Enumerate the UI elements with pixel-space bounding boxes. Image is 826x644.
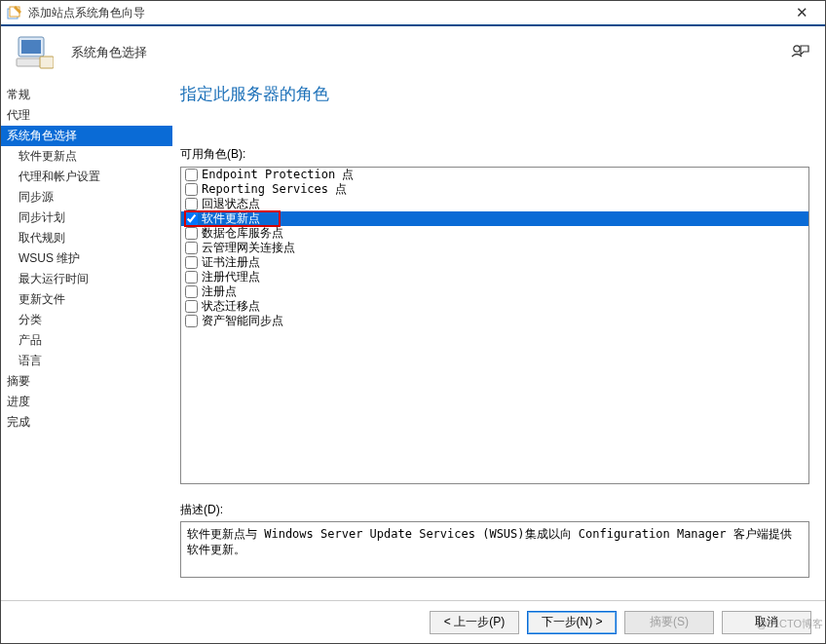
role-label: 注册点 [202, 284, 237, 299]
role-checkbox[interactable] [185, 169, 198, 181]
role-row[interactable]: Endpoint Protection 点 [181, 168, 808, 182]
sidebar-item[interactable]: 完成 [1, 412, 172, 433]
role-row[interactable]: 状态迁移点 [181, 299, 808, 314]
close-button[interactable]: ✕ [784, 4, 819, 21]
sidebar-item[interactable]: 取代规则 [1, 228, 172, 248]
role-label: 回退状态点 [202, 197, 260, 211]
role-checkbox[interactable] [185, 256, 198, 269]
wizard-icon [7, 5, 22, 20]
role-label: 资产智能同步点 [202, 314, 283, 328]
role-row[interactable]: 软件更新点 [181, 211, 808, 226]
available-roles-label: 可用角色(B): [180, 146, 809, 163]
role-row[interactable]: 注册代理点 [181, 270, 808, 284]
role-checkbox[interactable] [185, 212, 198, 225]
role-row[interactable]: 资产智能同步点 [181, 314, 808, 328]
role-label: Reporting Services 点 [202, 182, 347, 197]
sidebar-item[interactable]: 代理和帐户设置 [1, 167, 172, 187]
wizard-header: 系统角色选择 [1, 26, 825, 79]
role-label: Endpoint Protection 点 [202, 168, 355, 182]
role-checkbox[interactable] [185, 242, 198, 254]
sidebar-item[interactable]: 系统角色选择 [1, 126, 172, 146]
svg-rect-3 [21, 40, 41, 54]
sidebar-item[interactable]: 产品 [1, 330, 172, 351]
role-label: 注册代理点 [202, 270, 260, 284]
sidebar-item[interactable]: 常规 [1, 85, 172, 105]
header-title: 系统角色选择 [71, 44, 147, 61]
role-checkbox[interactable] [185, 300, 198, 313]
description-label: 描述(D): [180, 502, 809, 518]
computer-icon [15, 33, 54, 72]
wizard-nav-sidebar: 常规代理系统角色选择软件更新点代理和帐户设置同步源同步计划取代规则WSUS 维护… [1, 79, 172, 595]
role-row[interactable]: 注册点 [181, 284, 808, 299]
previous-button[interactable]: < 上一步(P) [430, 611, 519, 634]
role-label: 软件更新点 [202, 211, 260, 226]
role-checkbox[interactable] [185, 227, 198, 240]
sidebar-item[interactable]: 分类 [1, 310, 172, 330]
role-row[interactable]: Reporting Services 点 [181, 182, 808, 197]
wizard-footer: < 上一步(P) 下一步(N) > 摘要(S) 取消 [1, 600, 825, 643]
page-title: 指定此服务器的角色 [180, 83, 809, 105]
sidebar-item[interactable]: 更新文件 [1, 289, 172, 310]
title-bar: 添加站点系统角色向导 ✕ [1, 1, 825, 26]
available-roles-listbox[interactable]: Endpoint Protection 点Reporting Services … [180, 167, 809, 484]
sidebar-item[interactable]: 进度 [1, 392, 172, 412]
role-row[interactable]: 证书注册点 [181, 255, 808, 270]
cancel-button[interactable]: 取消 [722, 611, 811, 634]
role-label: 证书注册点 [202, 255, 260, 270]
role-checkbox[interactable] [185, 285, 198, 298]
sidebar-item[interactable]: 软件更新点 [1, 146, 172, 167]
next-button[interactable]: 下一步(N) > [527, 611, 617, 634]
window-title: 添加站点系统角色向导 [28, 5, 784, 21]
description-box: 软件更新点与 Windows Server Update Services (W… [180, 521, 809, 578]
sidebar-item[interactable]: 代理 [1, 105, 172, 126]
sidebar-item[interactable]: 同步源 [1, 187, 172, 208]
role-row[interactable]: 云管理网关连接点 [181, 241, 808, 255]
role-checkbox[interactable] [185, 271, 198, 284]
svg-point-6 [794, 46, 800, 52]
svg-rect-5 [40, 57, 54, 68]
role-checkbox[interactable] [185, 198, 198, 210]
sidebar-item[interactable]: 语言 [1, 351, 172, 371]
role-checkbox[interactable] [185, 183, 198, 196]
sidebar-item[interactable]: 同步计划 [1, 208, 172, 228]
role-label: 数据仓库服务点 [202, 226, 283, 241]
feedback-icon[interactable] [790, 42, 811, 63]
sidebar-item[interactable]: 最大运行时间 [1, 269, 172, 289]
sidebar-item[interactable]: WSUS 维护 [1, 248, 172, 269]
role-checkbox[interactable] [185, 315, 198, 327]
summary-button: 摘要(S) [624, 611, 714, 634]
role-label: 云管理网关连接点 [202, 241, 295, 255]
sidebar-item[interactable]: 摘要 [1, 371, 172, 392]
role-row[interactable]: 数据仓库服务点 [181, 226, 808, 241]
role-row[interactable]: 回退状态点 [181, 197, 808, 211]
role-label: 状态迁移点 [202, 299, 260, 314]
main-panel: 指定此服务器的角色 可用角色(B): Endpoint Protection 点… [172, 79, 825, 595]
